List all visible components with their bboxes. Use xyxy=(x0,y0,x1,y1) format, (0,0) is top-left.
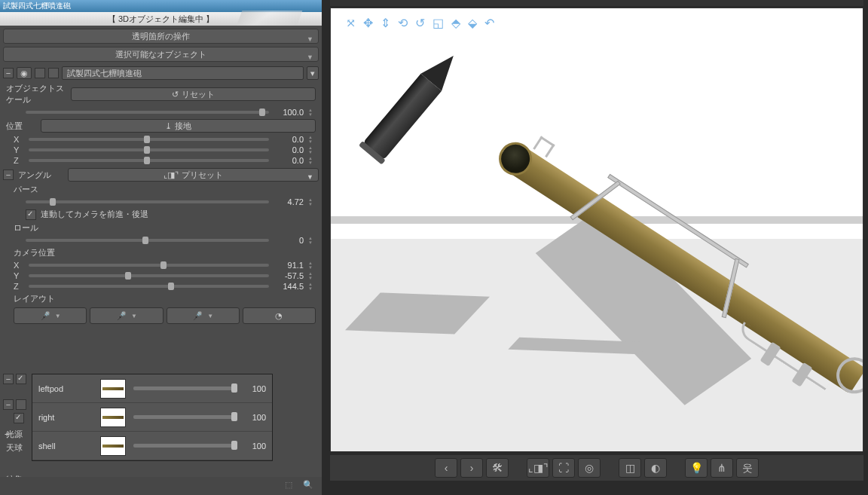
axis-x-label: X xyxy=(14,135,24,144)
next-button[interactable]: › xyxy=(460,458,483,478)
register-material-icon[interactable]: ⬚ xyxy=(283,480,295,492)
chevron-down-icon: ▼ xyxy=(307,50,313,64)
rotate-axis-icon[interactable]: ↺ xyxy=(415,16,425,30)
pos-z-slider[interactable] xyxy=(29,159,269,162)
model-shell[interactable] xyxy=(330,12,506,203)
pos-x-value[interactable]: 0.0 xyxy=(274,135,304,144)
pos-y-spinner[interactable]: ▲▼ xyxy=(308,145,316,154)
dropdown-label: 透明箇所の操作 xyxy=(132,32,190,41)
pos-y-value[interactable]: 0.0 xyxy=(274,145,304,154)
rotate-gizmo-icon[interactable]: ⟲ xyxy=(398,16,408,30)
reset-scale-button[interactable]: ↺リセット xyxy=(71,87,316,101)
part-row-leftpod: leftpod 100 xyxy=(32,374,272,403)
scale-spinner[interactable]: ▲▼ xyxy=(308,108,316,117)
cam-x-slider[interactable] xyxy=(29,264,269,267)
move-gizmo-icon[interactable]: ⤧ xyxy=(346,16,356,30)
move-z-icon[interactable]: ⇕ xyxy=(381,16,390,30)
panel-header: 【 3Dオブジェクト編集中 】 xyxy=(0,12,322,26)
part-value[interactable]: 100 xyxy=(245,384,266,393)
layout-slot-4[interactable]: ◔ xyxy=(243,307,316,324)
3d-viewport[interactable]: ⤧ ✥ ⇕ ⟲ ↺ ◱ ⬘ ⬙ ↶ xyxy=(330,8,863,452)
part-thumbnail[interactable] xyxy=(100,408,126,427)
cube-scale-icon[interactable]: ⬙ xyxy=(468,16,477,30)
roll-spinner[interactable]: ▲▼ xyxy=(308,236,316,245)
part-thumbnail[interactable] xyxy=(100,379,126,399)
chevron-down-icon: ▼ xyxy=(55,313,61,319)
settings-icon[interactable]: 🛠 xyxy=(486,458,509,478)
position-label: 位置 xyxy=(6,121,36,132)
part-name: leftpod xyxy=(38,384,93,393)
shaded-icon[interactable]: ◐ xyxy=(644,458,667,478)
axis-y-label: Y xyxy=(14,145,24,154)
prev-button[interactable]: ‹ xyxy=(435,458,457,478)
bone-icon[interactable]: ⋔ xyxy=(711,458,733,478)
tree-check[interactable] xyxy=(14,413,24,423)
ground-button[interactable]: ⤓接地 xyxy=(41,119,316,133)
roll-slider[interactable] xyxy=(26,239,269,242)
pos-z-spinner[interactable]: ▲▼ xyxy=(308,156,316,165)
object-menu[interactable]: ▾ xyxy=(307,66,319,80)
select-checkbox[interactable] xyxy=(48,68,59,78)
move-xy-icon[interactable]: ✥ xyxy=(363,16,373,30)
transparent-ops-dropdown[interactable]: 透明箇所の操作 ▼ xyxy=(3,29,319,44)
cube-icon[interactable]: ◱ xyxy=(432,16,444,30)
follow-camera-label: 連動してカメラを前進・後退 xyxy=(41,209,148,220)
pos-x-spinner[interactable]: ▲▼ xyxy=(308,135,316,144)
pose-icon[interactable]: 웃 xyxy=(736,458,759,478)
cam-z-value[interactable]: 144.5 xyxy=(274,282,304,291)
part-value[interactable]: 100 xyxy=(245,413,266,422)
preset-dropdown[interactable]: ⌞◨⌝ プリセット▼ xyxy=(68,168,319,182)
panel-body: 透明箇所の操作 ▼ 選択可能なオブジェクト ▼ − ◉ 試製四式七糎噴進砲 ▾ … xyxy=(0,26,322,495)
frame-icon[interactable]: ⛶ xyxy=(552,458,575,478)
layout-slot-3[interactable]: 🎤▼ xyxy=(167,307,240,324)
layout-slot-2[interactable]: 🎤▼ xyxy=(90,307,163,324)
angle-collapse[interactable]: − xyxy=(3,170,14,180)
part-name: right xyxy=(38,413,93,422)
scale-label: オブジェクトスケール xyxy=(6,83,66,105)
perspective-value[interactable]: 4.72 xyxy=(274,197,304,206)
part-slider[interactable] xyxy=(133,415,237,419)
undo-icon[interactable]: ↶ xyxy=(484,16,494,30)
part-slider[interactable] xyxy=(133,387,237,390)
tree-collapse[interactable]: − xyxy=(3,374,14,384)
part-slider[interactable] xyxy=(133,444,237,448)
roll-value[interactable]: 0 xyxy=(274,236,304,245)
follow-camera-checkbox[interactable] xyxy=(26,209,36,220)
cam-z-spinner[interactable]: ▲▼ xyxy=(308,282,316,291)
object-name-field[interactable]: 試製四式七糎噴進砲 xyxy=(62,66,304,80)
pos-x-slider[interactable] xyxy=(29,138,269,141)
cube-rotate-icon[interactable]: ⬘ xyxy=(451,16,460,30)
tree-check[interactable] xyxy=(16,399,26,410)
selectable-objects-dropdown[interactable]: 選択可能なオブジェクト ▼ xyxy=(3,47,319,62)
timer-icon: ◔ xyxy=(275,311,283,321)
part-thumbnail[interactable] xyxy=(100,436,126,456)
camera-snap-icon[interactable]: ⌞◨⌝ xyxy=(527,458,549,478)
pos-z-value[interactable]: 0.0 xyxy=(274,156,304,165)
outline-tree: − − xyxy=(3,371,33,426)
perspective-spinner[interactable]: ▲▼ xyxy=(308,197,316,206)
tree-sky-label: 天球 xyxy=(6,442,23,454)
scale-slider[interactable] xyxy=(26,111,269,114)
tree-check[interactable] xyxy=(16,374,26,384)
tree-expand-light[interactable]: + xyxy=(5,429,9,438)
cam-y-slider[interactable] xyxy=(29,274,269,277)
pos-y-slider[interactable] xyxy=(29,148,269,151)
layout-slot-1[interactable]: 🎤▼ xyxy=(14,307,87,324)
axis-y-label: Y xyxy=(14,271,24,280)
visibility-toggle[interactable]: ◉ xyxy=(17,67,32,79)
cam-x-value[interactable]: 91.1 xyxy=(274,261,304,270)
lock-checkbox[interactable] xyxy=(35,68,45,78)
perspective-slider[interactable] xyxy=(26,200,269,203)
cam-x-spinner[interactable]: ▲▼ xyxy=(308,261,316,270)
part-value[interactable]: 100 xyxy=(245,442,266,451)
cam-z-slider[interactable] xyxy=(29,285,269,288)
tree-collapse[interactable]: − xyxy=(3,399,14,410)
cam-y-value[interactable]: -57.5 xyxy=(274,271,304,280)
collapse-toggle[interactable]: − xyxy=(3,68,14,78)
focus-icon[interactable]: ◎ xyxy=(578,458,601,478)
scale-value[interactable]: 100.0 xyxy=(274,108,304,117)
cam-y-spinner[interactable]: ▲▼ xyxy=(308,271,316,280)
light-icon[interactable]: 💡 xyxy=(685,458,708,478)
cube-view-icon[interactable]: ◫ xyxy=(619,458,641,478)
search-icon[interactable]: 🔍 xyxy=(302,480,314,492)
